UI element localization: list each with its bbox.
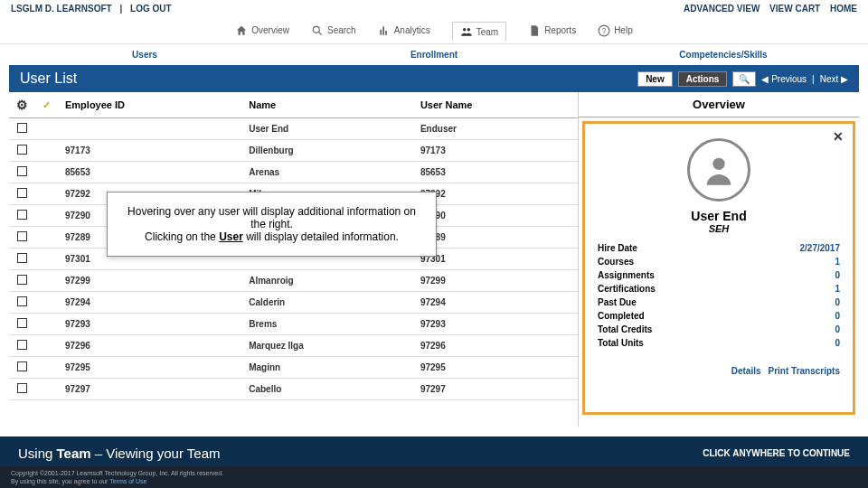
stat-certs-value: 1: [835, 284, 840, 294]
details-link[interactable]: Details: [731, 366, 761, 376]
stat-credits-label: Total Credits: [598, 324, 652, 334]
team-icon: [460, 25, 473, 38]
chart-icon: [378, 24, 391, 37]
row-checkbox[interactable]: [17, 166, 27, 176]
svg-point-1: [463, 28, 467, 32]
table-row[interactable]: 97294Calderin97294: [9, 292, 578, 314]
row-checkbox[interactable]: [17, 340, 27, 350]
table-row[interactable]: 97296Marquez Ilga97296: [9, 335, 578, 357]
row-checkbox[interactable]: [17, 210, 27, 220]
home-icon: [235, 24, 248, 37]
profile-sub: SEH: [598, 223, 840, 234]
previous-link[interactable]: ◀ Previous: [761, 74, 807, 84]
nav-reports[interactable]: Reports: [528, 24, 576, 37]
stat-assignments-label: Assignments: [598, 270, 655, 280]
brand-text: LSGLM D. LEARNSOFT: [11, 4, 112, 14]
row-checkbox[interactable]: [17, 231, 27, 241]
stat-pastdue-label: Past Due: [598, 297, 637, 307]
nav-analytics[interactable]: Analytics: [378, 24, 430, 37]
table-row[interactable]: 97299Almanroig97299: [9, 270, 578, 292]
row-checkbox[interactable]: [17, 361, 27, 371]
search-icon: [311, 24, 324, 37]
stat-courses-value: 1: [835, 257, 840, 267]
legal-footer: Copyright ©2001-2017 Learnsoft Technolog…: [0, 466, 868, 488]
nav-search[interactable]: Search: [311, 24, 356, 37]
nav-help[interactable]: ?Help: [598, 24, 633, 37]
stat-hiredate-label: Hire Date: [598, 243, 637, 253]
svg-point-5: [712, 158, 724, 170]
stat-certs-label: Certifications: [598, 284, 656, 294]
table-row[interactable]: 97293Brems97293: [9, 314, 578, 335]
table-row[interactable]: 97173Dillenburg97173: [9, 140, 578, 162]
row-checkbox[interactable]: [17, 296, 27, 306]
reports-icon: [528, 24, 541, 37]
row-checkbox[interactable]: [17, 145, 27, 155]
stat-units-value: 0: [835, 338, 840, 348]
advanced-view-link[interactable]: ADVANCED VIEW: [684, 4, 760, 14]
row-checkbox[interactable]: [17, 383, 27, 393]
table-row[interactable]: User EndEnduser: [9, 118, 578, 140]
row-checkbox[interactable]: [17, 188, 27, 198]
table-row[interactable]: 97295Maginn97295: [9, 357, 578, 379]
check-icon: ✓: [42, 99, 51, 110]
row-checkbox[interactable]: [17, 275, 27, 285]
nav-team[interactable]: Team: [452, 22, 506, 41]
terms-link[interactable]: Terms of Use: [109, 478, 146, 484]
avatar: [687, 138, 750, 202]
stat-hiredate-value: 2/27/2017: [800, 243, 841, 253]
col-name[interactable]: Name: [241, 92, 413, 118]
help-icon: ?: [598, 24, 610, 37]
stat-courses-label: Courses: [598, 257, 634, 267]
new-button[interactable]: New: [637, 71, 673, 87]
tab-enrollment[interactable]: Enrollment: [289, 50, 579, 60]
stat-completed-value: 0: [835, 311, 840, 321]
print-transcripts-link[interactable]: Print Transcripts: [769, 366, 840, 376]
svg-point-2: [467, 28, 470, 32]
stat-assignments-value: 0: [835, 270, 840, 280]
nav-overview[interactable]: Overview: [235, 24, 289, 37]
profile-name: User End: [598, 209, 840, 223]
tooltip: Hovering over any user will display addi…: [107, 192, 437, 257]
actions-button[interactable]: Actions: [678, 71, 728, 87]
stat-credits-value: 0: [835, 324, 840, 334]
stat-units-label: Total Units: [598, 338, 644, 348]
row-checkbox[interactable]: [17, 123, 27, 133]
logout-link[interactable]: LOG OUT: [130, 4, 172, 14]
tab-users[interactable]: Users: [0, 50, 289, 60]
table-row[interactable]: 85653Arenas85653: [9, 162, 578, 183]
col-username[interactable]: User Name: [413, 92, 578, 118]
footer-bar[interactable]: Using Team – Viewing your Team CLICK ANY…: [0, 436, 868, 470]
close-icon[interactable]: ✕: [833, 129, 844, 144]
svg-text:?: ?: [602, 26, 607, 34]
tab-competencies[interactable]: Competencies/Skills: [579, 50, 868, 60]
search-button[interactable]: 🔍: [732, 71, 756, 87]
view-cart-link[interactable]: VIEW CART: [769, 4, 820, 14]
row-checkbox[interactable]: [17, 253, 27, 263]
table-row[interactable]: 97297Cabello97297: [9, 379, 578, 400]
profile-card: ✕ User End SEH Hire Date2/27/2017 Course…: [582, 121, 855, 415]
home-link[interactable]: HOME: [830, 4, 857, 14]
overview-title: Overview: [579, 92, 859, 117]
col-empid[interactable]: Employee ID: [58, 92, 241, 118]
svg-point-0: [313, 26, 319, 33]
stat-completed-label: Completed: [598, 311, 645, 321]
continue-cta: CLICK ANYWHERE TO CONTINUE: [703, 448, 850, 458]
gear-icon[interactable]: ⚙: [16, 98, 28, 112]
row-checkbox[interactable]: [17, 318, 27, 328]
stat-pastdue-value: 0: [835, 297, 840, 307]
next-link[interactable]: Next ▶: [820, 74, 848, 84]
page-title: User List: [20, 70, 77, 87]
